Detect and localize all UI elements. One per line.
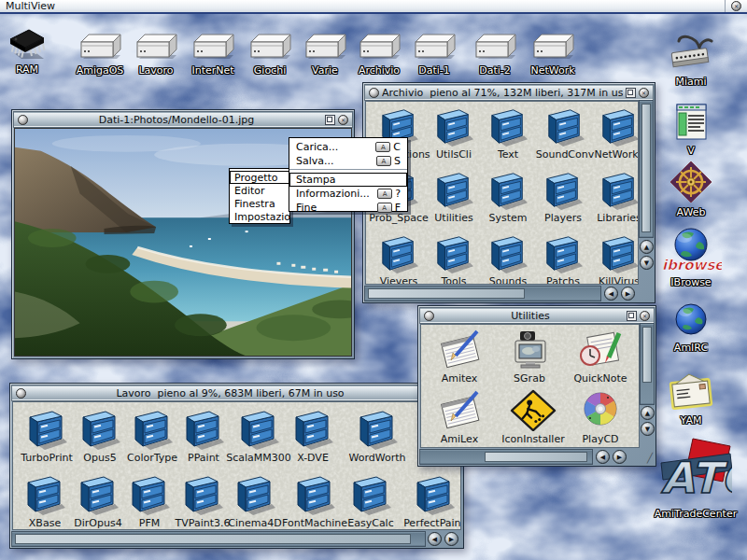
- scrollbar-thumb[interactable]: [368, 288, 525, 299]
- desktop-icon-ram[interactable]: RAM: [0, 24, 54, 76]
- scroll-right-button[interactable]: ▶: [621, 287, 635, 301]
- tool-sgrab[interactable]: SGrab: [500, 328, 559, 385]
- horizontal-scrollbar[interactable]: [365, 287, 600, 301]
- drawer-libraries[interactable]: Libraries: [593, 169, 639, 224]
- desktop-icon-internet[interactable]: InterNet: [186, 31, 240, 77]
- titlebar[interactable]: Archivio pieno al 71%, 132M liberi, 317M…: [365, 85, 653, 100]
- drawer-text[interactable]: Text: [482, 105, 534, 161]
- scroll-down-button[interactable]: ▼: [641, 422, 655, 436]
- drawer-xdve[interactable]: X-DVE: [286, 407, 340, 464]
- horizontal-scrollbar[interactable]: [420, 450, 592, 464]
- scroll-left-button[interactable]: ◀: [596, 450, 610, 464]
- close-gadget[interactable]: [369, 88, 379, 98]
- scroll-right-button[interactable]: ▶: [613, 450, 627, 464]
- tool-amitex[interactable]: Amitex: [430, 328, 489, 385]
- drawer-utilities[interactable]: Utilities: [428, 169, 480, 224]
- resize-gadget[interactable]: ╱: [647, 453, 653, 463]
- desktop-icon-dati1[interactable]: Dati-1: [407, 31, 461, 77]
- drawer-opus5[interactable]: Opus5: [73, 407, 127, 464]
- tool-iconinstaller[interactable]: IconInstaller: [500, 388, 567, 445]
- scrollbar-thumb[interactable]: [485, 452, 587, 462]
- menu-item-informazioni[interactable]: Informazioni... A?: [289, 187, 407, 201]
- drawer-cinema4d[interactable]: Cinema4D: [228, 472, 282, 529]
- menu-item-impostazioni[interactable]: Impostazioni: [230, 210, 289, 223]
- drawer-vievers[interactable]: Vievers: [373, 232, 425, 285]
- drawer-tvpaint[interactable]: TVPaint3.6: [176, 472, 230, 529]
- drawer-system[interactable]: System: [482, 169, 534, 224]
- horizontal-scrollbar[interactable]: [12, 532, 425, 546]
- scroll-right-button[interactable]: ▶: [444, 532, 458, 546]
- desktop-icon-archivio[interactable]: Archivio: [352, 31, 406, 77]
- menu-item-progetto[interactable]: Progetto: [230, 171, 289, 184]
- depth-gadget[interactable]: ✕: [640, 311, 650, 321]
- drawer-diropus4[interactable]: DirOpus4: [71, 472, 125, 529]
- drawer-ppaint[interactable]: PPaint: [176, 407, 231, 464]
- drawer-utilscli[interactable]: UtilsCli: [428, 105, 480, 161]
- drawer-colortype[interactable]: ColorType: [125, 407, 179, 464]
- drawer-perfectpaint[interactable]: PerfectPaint: [405, 472, 461, 529]
- desktop-icon-amigaos[interactable]: AmigaOS: [73, 31, 127, 77]
- desktop-icon-ibrowse[interactable]: ibrowse IBrowse: [652, 226, 730, 288]
- titlebar[interactable]: Dati-1:Photos/Mondello-01.jpg ✕: [14, 112, 352, 127]
- drawer-soundconv[interactable]: SoundConv: [537, 105, 593, 161]
- menu-item-fine[interactable]: Fine AF: [289, 201, 407, 215]
- drawer-sounds[interactable]: Sounds: [482, 232, 534, 285]
- scroll-down-button[interactable]: ▼: [640, 256, 654, 270]
- tool-amilex[interactable]: AmiLex: [430, 388, 489, 445]
- close-gadget[interactable]: [18, 115, 28, 125]
- drawer-pfm[interactable]: PFM: [122, 472, 176, 529]
- scrollbar-thumb[interactable]: [641, 104, 651, 232]
- zoom-gadget[interactable]: [325, 115, 335, 125]
- drawer-turboprint[interactable]: TurboPrint: [20, 407, 74, 464]
- tool-quicknote[interactable]: QuickNote: [570, 328, 631, 385]
- drawer-easycalc[interactable]: EasyCalc: [344, 472, 398, 529]
- disk-drive-icon: [471, 31, 519, 63]
- zoom-gadget[interactable]: [626, 88, 636, 98]
- drawer-networks[interactable]: NetWorks: [593, 105, 639, 161]
- desktop-icon-yam[interactable]: YAM: [652, 371, 730, 427]
- screen-depth-gadget[interactable]: ✕: [725, 0, 747, 12]
- drawer-scalamm300[interactable]: ScalaMM300: [230, 407, 288, 464]
- depth-gadget[interactable]: ✕: [338, 115, 348, 125]
- titlebar[interactable]: Utilities ✕: [420, 308, 654, 323]
- scroll-up-button[interactable]: ▲: [640, 240, 654, 254]
- menu-item-carica[interactable]: Carica... AC: [289, 140, 407, 154]
- desktop-icon-aweb[interactable]: AWeb: [652, 160, 730, 218]
- titlebar[interactable]: Lavoro pieno al 9%, 683M liberi, 67M in …: [12, 385, 461, 400]
- drawer-wordworth[interactable]: WordWorth: [348, 407, 406, 464]
- desktop-icon-giochi[interactable]: Giochi: [243, 31, 297, 77]
- scrollbar-thumb[interactable]: [642, 327, 652, 383]
- vertical-scrollbar[interactable]: [641, 324, 654, 404]
- cd-disc-icon: [577, 388, 624, 431]
- vertical-scrollbar[interactable]: [640, 101, 653, 237]
- menu-item-salva[interactable]: Salva... AS: [289, 154, 407, 168]
- depth-gadget[interactable]: ✕: [639, 88, 649, 98]
- desktop-icon-amirc[interactable]: AmIRC: [652, 301, 730, 354]
- desktop-icon-v[interactable]: V: [652, 100, 730, 157]
- menu-item-stampa[interactable]: Stampa: [289, 173, 407, 187]
- desktop-icon-miami[interactable]: Miami: [652, 31, 730, 88]
- scroll-left-button[interactable]: ◀: [428, 532, 442, 546]
- scrollbar-thumb[interactable]: [15, 534, 411, 544]
- drawer-patchs[interactable]: Patchs: [537, 232, 589, 285]
- desktop-icon-network[interactable]: NetWork: [526, 31, 580, 77]
- screen-titlebar[interactable]: MultiView ✕: [0, 0, 747, 14]
- menu-item-finestra[interactable]: Finestra: [230, 197, 289, 210]
- zoom-gadget[interactable]: [627, 311, 637, 321]
- tool-playcd[interactable]: PlayCD: [571, 388, 629, 445]
- scroll-up-button[interactable]: ▲: [641, 406, 655, 420]
- close-gadget[interactable]: [424, 311, 434, 321]
- drawer-killvirus[interactable]: KillVirus: [593, 232, 639, 285]
- menu-item-editor[interactable]: Editor: [230, 184, 289, 197]
- drawer-tools[interactable]: Tools: [428, 232, 480, 285]
- desktop-icon-dati2[interactable]: Dati-2: [468, 31, 522, 77]
- desktop-icon-lavoro[interactable]: Lavoro: [129, 31, 183, 77]
- close-gadget[interactable]: [16, 388, 26, 399]
- drawer-xbase[interactable]: XBase: [18, 472, 72, 529]
- icon-label: AmiLex: [441, 433, 478, 445]
- drawer-fontmachine[interactable]: FontMachine: [286, 472, 344, 529]
- drawer-players[interactable]: Players: [537, 169, 589, 224]
- desktop-icon-amitradecenter[interactable]: ATC AmiTradeCenter: [652, 437, 740, 520]
- scroll-left-button[interactable]: ◀: [604, 287, 618, 301]
- desktop-icon-varie[interactable]: Varie: [298, 31, 352, 77]
